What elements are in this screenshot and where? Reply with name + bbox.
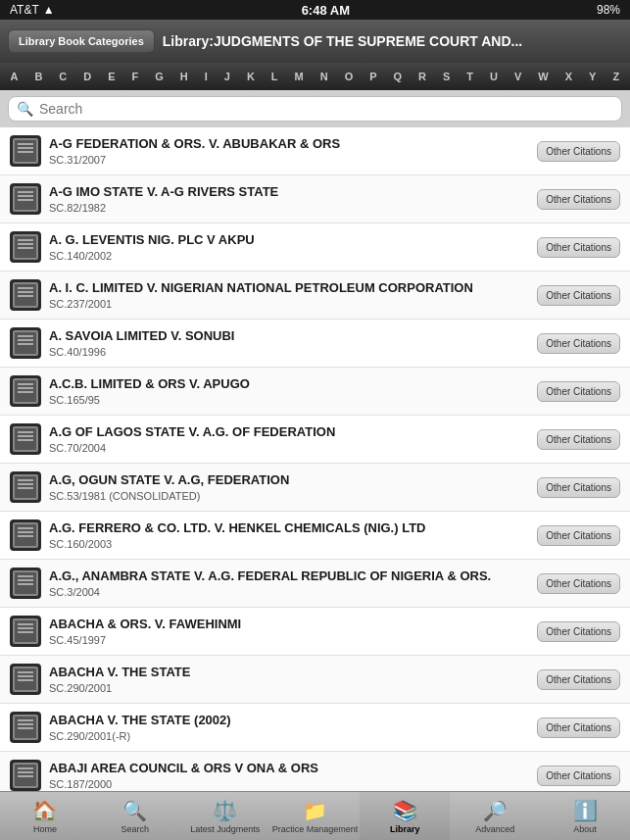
book-icon [13,378,38,404]
alpha-letter-S[interactable]: S [441,70,452,83]
other-citations-button[interactable]: Other Citations [537,766,620,786]
item-title: ABACHA V. THE STATE (2002) [49,713,529,729]
tab-icon: 📁 [303,799,327,822]
alpha-letter-D[interactable]: D [81,70,93,83]
other-citations-button[interactable]: Other Citations [537,189,620,210]
tab-item-about[interactable]: ℹ️ About [540,792,630,840]
tab-item-latest-judgments[interactable]: ⚖️ Latest Judgments [180,792,270,840]
alpha-letter-H[interactable]: H [178,70,190,83]
list-item[interactable]: A-G FEDERATION & ORS. V. ABUBAKAR & ORS … [0,127,630,175]
other-citations-button[interactable]: Other Citations [537,717,620,738]
item-content: A. G. LEVENTIS NIG. PLC V AKPU SC.140/20… [49,232,529,262]
search-input[interactable] [39,101,613,117]
item-icon [10,712,41,743]
tab-label: Home [33,824,57,834]
alpha-letter-Q[interactable]: Q [392,70,405,83]
list-item[interactable]: A. G. LEVENTIS NIG. PLC V AKPU SC.140/20… [0,223,630,272]
status-bar: AT&T ▲ 6:48 AM 98% [0,0,630,20]
list-item[interactable]: A. I. C. LIMITED V. NIGERIAN NATIONAL PE… [0,272,630,320]
tab-item-library[interactable]: 📚 Library [360,792,450,840]
alpha-letter-I[interactable]: I [203,70,210,83]
list-item[interactable]: A.G. FERRERO & CO. LTD. V. HENKEL CHEMIC… [0,512,630,560]
item-subtitle: SC.290/2001(-R) [49,730,529,742]
item-subtitle: SC.290/2001 [49,682,529,694]
alpha-letter-J[interactable]: J [222,70,232,83]
item-icon [10,519,41,551]
other-citations-button[interactable]: Other Citations [537,477,620,498]
item-subtitle: SC.160/2003 [49,538,529,550]
list-item[interactable]: A.G, OGUN STATE V. A.G, FEDERATION SC.53… [0,464,630,512]
alpha-letter-C[interactable]: C [57,70,69,83]
item-content: A. I. C. LIMITED V. NIGERIAN NATIONAL PE… [49,280,529,310]
alpha-letter-N[interactable]: N [318,70,330,83]
alpha-letter-W[interactable]: W [536,70,550,83]
other-citations-button[interactable]: Other Citations [537,381,620,402]
list-item[interactable]: A.G OF LAGOS STATE V. A.G. OF FEDERATION… [0,416,630,464]
alpha-letter-P[interactable]: P [367,70,378,83]
alpha-letter-T[interactable]: T [464,70,475,83]
list-item[interactable]: ABACHA & ORS. V. FAWEHINMI SC.45/1997 Ot… [0,608,630,656]
alpha-letter-E[interactable]: E [106,70,117,83]
tab-icon: 🔍 [122,799,147,822]
item-title: ABACHA V. THE STATE [49,665,529,681]
other-citations-button[interactable]: Other Citations [537,285,620,306]
alpha-letter-F[interactable]: F [130,70,141,83]
book-icon [13,330,38,356]
alpha-letter-M[interactable]: M [293,70,306,83]
item-content: ABACHA V. THE STATE SC.290/2001 [49,665,529,694]
other-citations-button[interactable]: Other Citations [537,573,620,594]
alpha-letter-Y[interactable]: Y [587,70,598,83]
alpha-letter-A[interactable]: A [8,70,20,83]
tab-item-practice-management[interactable]: 📁 Practice Management [270,792,361,840]
tab-item-advanced[interactable]: 🔎 Advanced [450,792,540,840]
book-icon [13,138,38,164]
book-icon [13,474,38,500]
other-citations-button[interactable]: Other Citations [537,669,620,690]
item-icon [10,375,41,407]
list-item[interactable]: A-G IMO STATE V. A-G RIVERS STATE SC.82/… [0,175,630,223]
other-citations-button[interactable]: Other Citations [537,333,620,354]
item-icon [10,616,41,647]
list-item[interactable]: ABACHA V. THE STATE SC.290/2001 Other Ci… [0,656,630,704]
back-button[interactable]: Library Book Categories [8,29,155,53]
item-title: ABAJI AREA COUNCIL & ORS V ONA & ORS [49,761,529,777]
item-subtitle: SC.82/1982 [49,202,529,214]
alpha-letter-K[interactable]: K [245,70,257,83]
status-left: AT&T ▲ [10,3,55,17]
tab-label: Search [121,824,150,834]
alpha-letter-R[interactable]: R [416,70,428,83]
tab-item-search[interactable]: 🔍 Search [90,792,180,840]
alpha-letter-U[interactable]: U [488,70,500,83]
item-icon [10,423,41,455]
list-item[interactable]: A.C.B. LIMITED & ORS V. APUGO SC.165/95 … [0,368,630,416]
other-citations-button[interactable]: Other Citations [537,621,620,642]
item-icon [10,760,41,791]
alpha-letter-O[interactable]: O [343,70,356,83]
item-subtitle: SC.140/2002 [49,250,529,262]
search-bar: 🔍 [0,90,630,127]
list-item[interactable]: ABACHA V. THE STATE (2002) SC.290/2001(-… [0,704,630,752]
other-citations-button[interactable]: Other Citations [537,429,620,450]
tab-icon: 📚 [393,799,417,822]
item-content: A-G FEDERATION & ORS. V. ABUBAKAR & ORS … [49,136,529,166]
item-title: A.G. FERRERO & CO. LTD. V. HENKEL CHEMIC… [49,520,529,537]
tab-icon: ℹ️ [573,799,598,822]
alpha-letter-L[interactable]: L [269,70,280,83]
tab-item-home[interactable]: 🏠 Home [0,792,90,840]
other-citations-button[interactable]: Other Citations [537,237,620,258]
alpha-letter-V[interactable]: V [512,70,523,83]
other-citations-button[interactable]: Other Citations [537,525,620,546]
item-content: ABACHA & ORS. V. FAWEHINMI SC.45/1997 [49,617,529,646]
list-item[interactable]: A.G., ANAMBRA STATE V. A.G. FEDERAL REPU… [0,560,630,608]
alpha-letter-G[interactable]: G [153,70,166,83]
book-icon [13,715,38,740]
other-citations-button[interactable]: Other Citations [537,141,620,162]
list-item[interactable]: A. SAVOIA LIMITED V. SONUBI SC.40/1996 O… [0,320,630,368]
item-content: A. SAVOIA LIMITED V. SONUBI SC.40/1996 [49,328,529,358]
alpha-letter-Z[interactable]: Z [610,70,621,83]
item-title: A. I. C. LIMITED V. NIGERIAN NATIONAL PE… [49,280,529,297]
alpha-letter-X[interactable]: X [563,70,574,83]
alpha-letter-B[interactable]: B [32,70,44,83]
item-icon [10,471,41,503]
item-title: A-G IMO STATE V. A-G RIVERS STATE [49,184,529,201]
